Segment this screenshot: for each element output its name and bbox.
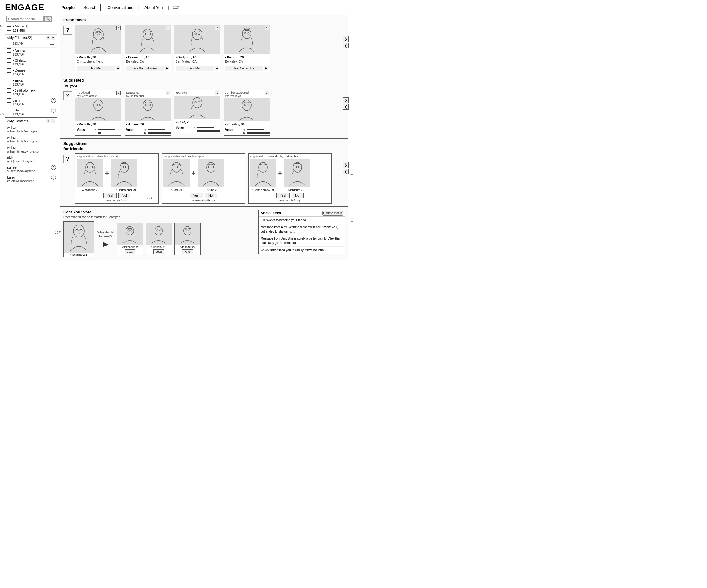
fresh-card-arrow-0[interactable]: ▶	[115, 66, 120, 70]
fresh-card-3: ×	[224, 25, 270, 72]
friend-checkbox-1[interactable]	[7, 48, 11, 53]
friends-sug-yes-2[interactable]: Yes!	[276, 193, 290, 198]
fresh-card-arrow-2[interactable]: ▶	[214, 66, 219, 70]
nav-item-search[interactable]: Search	[79, 4, 101, 11]
fresh-card-close-1[interactable]: ×	[166, 26, 170, 30]
svg-point-36	[212, 166, 213, 168]
svg-point-39	[264, 166, 266, 168]
candidate-vote-btn-0[interactable]: Vote!	[125, 249, 135, 254]
sidebar: 🔍 • Me (edit) 123,456 ○My Friends(22) + …	[5, 15, 58, 184]
vote-bar-against-0: 0	[95, 132, 115, 135]
svg-point-15	[99, 104, 101, 106]
suggested-section: Suggestedfor you ? × Introducedby Bartho…	[60, 75, 348, 139]
friends-sug-vote-text-0: Vote on this fix up!	[77, 199, 157, 202]
svg-point-7	[192, 29, 202, 40]
friend-checkbox-3[interactable]	[7, 68, 11, 73]
vote-bar-for-1: 4	[144, 128, 171, 131]
nav-item-people[interactable]: People	[57, 4, 79, 11]
fresh-card-photo-3	[224, 25, 270, 54]
nav-item-about-you[interactable]: About You	[140, 4, 167, 11]
svg-point-0	[93, 29, 103, 40]
me-checkbox[interactable]	[7, 26, 11, 31]
friends-sug-card-2: Suggested to Alexandra by Christopher	[248, 153, 332, 204]
suggested-card-2: × Your pick	[174, 90, 221, 134]
friends-sug-nav-right[interactable]: ❯	[343, 162, 349, 168]
friends-sug-names-2: • Bartholomew,29 • Margarita,29	[250, 188, 330, 191]
svg-point-23	[244, 104, 246, 106]
fresh-card-close-2[interactable]: ×	[215, 26, 220, 30]
fresh-card-photo-2	[174, 25, 220, 54]
friends-sug-names-0: • Alexandria,29 • Christopher,29	[77, 188, 157, 191]
friends-sug-yes-1[interactable]: Yes!	[190, 193, 203, 198]
fresh-faces-help-icon[interactable]: ?	[63, 26, 72, 35]
sidebar-wrapper: 101 🔍 • Me (edit) 123,456 ○My Fr	[5, 15, 58, 260]
svg-point-26	[88, 166, 89, 168]
fresh-faces-nav-left[interactable]: ❮	[343, 43, 349, 48]
candidate-1: • Christal,28 Vote!	[145, 223, 172, 255]
fresh-card-close-0[interactable]: ×	[116, 26, 121, 30]
fresh-card-arrow-3[interactable]: ▶	[264, 66, 268, 70]
friend-checkbox-7[interactable]	[7, 108, 11, 112]
remove-friend-button[interactable]: −	[51, 36, 55, 40]
fresh-card-close-3[interactable]: ×	[265, 26, 269, 30]
svg-point-32	[174, 166, 176, 168]
friends-sug-no-2[interactable]: No!	[292, 193, 304, 198]
fresh-card-action-btn-0[interactable]: For Me	[77, 66, 115, 71]
friends-sug-nav: ❯ ❮	[343, 162, 349, 175]
content-wrapper: Fresh faces ? ×	[60, 15, 348, 260]
friends-sug-no-1[interactable]: No!	[205, 193, 217, 198]
candidate-vote-btn-1[interactable]: Vote!	[153, 249, 164, 254]
friends-sug-header-0: Suggested to Christopher by Sasi	[77, 155, 157, 158]
friends-sug-help-icon[interactable]: ?	[63, 155, 72, 163]
contacts-scroll-up[interactable]: ⌃	[51, 165, 56, 170]
friends-label: ○My Friends(22)	[7, 36, 45, 40]
vote-bar-for-2: 4	[194, 126, 221, 129]
sug-close-3[interactable]: ×	[265, 91, 269, 96]
friends-sug-plus-1: +	[191, 169, 196, 178]
fresh-card-arrow-1[interactable]: ▶	[165, 66, 169, 70]
friends-scroll-up[interactable]: ⌃	[51, 98, 56, 103]
friend-checkbox-4[interactable]	[7, 78, 11, 82]
nav-item-conversations[interactable]: Conversations	[103, 4, 138, 11]
candidate-vote-btn-2[interactable]: Vote!	[182, 249, 193, 254]
candidate-2: • Jennifer,29 Vote!	[174, 223, 201, 255]
vote-bars-2: 4 6	[194, 126, 221, 133]
friend-checkbox-0[interactable]	[7, 42, 11, 46]
friend-item-0: 123,456 ➜	[5, 41, 57, 47]
fresh-card-action-btn-1[interactable]: For Bartholomew	[126, 66, 165, 71]
sug-close-1[interactable]: ×	[166, 91, 170, 96]
suggested-nav-right[interactable]: ❯	[343, 97, 349, 103]
vote-bar-for-visual-0	[98, 129, 115, 130]
contact-info-4: suneet suneet.wadwa@eng	[7, 165, 35, 173]
remove-contact-button[interactable]: −	[51, 119, 55, 123]
svg-point-12	[248, 32, 249, 34]
svg-point-20	[195, 102, 197, 104]
search-input[interactable]	[6, 16, 43, 22]
ref-111-label: 111	[147, 196, 153, 200]
suggested-nav-left[interactable]: ❮	[343, 104, 349, 110]
friend-checkbox-2[interactable]	[7, 59, 11, 63]
social-feed-title: Social Feed	[261, 211, 281, 215]
fresh-faces-cards: ? ×	[63, 25, 345, 72]
fresh-card-action-btn-2[interactable]: For Me	[176, 66, 214, 71]
friends-sug-no-0[interactable]: No!	[119, 193, 130, 198]
search-button[interactable]: 🔍	[44, 16, 52, 22]
friend-checkbox-6[interactable]	[7, 98, 11, 103]
fresh-card-action-btn-3[interactable]: For Alexandria	[225, 66, 263, 71]
update-status-button[interactable]: Update status	[323, 211, 343, 216]
vote-bars-3: 4 6	[243, 128, 270, 135]
fresh-faces-nav-right[interactable]: ❯	[343, 36, 349, 42]
sug-close-2[interactable]: ×	[215, 91, 220, 96]
suggested-help-icon[interactable]: ?	[63, 91, 72, 100]
friends-scroll-down[interactable]: ⌄	[51, 108, 56, 113]
friends-sug-nav-left[interactable]: ❮	[343, 169, 349, 175]
sug-close-0[interactable]: ×	[116, 91, 121, 96]
add-contact-button[interactable]: +	[46, 119, 50, 123]
contacts-scroll-down[interactable]: ⌄	[51, 175, 56, 180]
sug-info-0: • Michelle, 28	[75, 121, 121, 127]
svg-point-44	[76, 229, 78, 232]
friend-checkbox-5[interactable]	[7, 88, 11, 93]
add-friend-button[interactable]: +	[46, 36, 50, 40]
sug-header-1: Suggestedby Christopher	[125, 90, 171, 98]
friends-sug-yes-0[interactable]: Yes!	[103, 193, 116, 198]
